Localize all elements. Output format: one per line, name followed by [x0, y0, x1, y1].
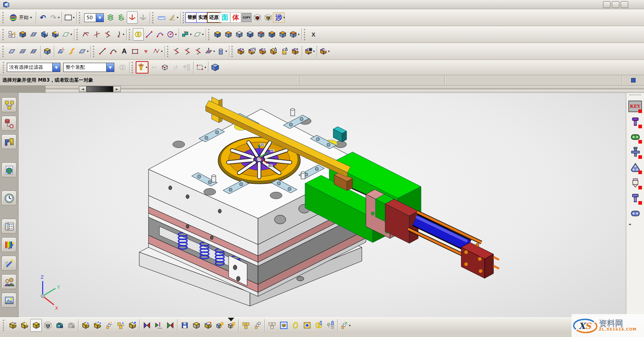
dropdown-arrow[interactable]: ▾ — [177, 16, 178, 19]
toolbar-grip[interactable] — [2, 46, 5, 57]
horizontal-scrollbar[interactable]: ◄ ► — [79, 86, 121, 92]
toolbar-grip[interactable] — [129, 29, 131, 40]
constraint-navigator-button[interactable] — [2, 116, 17, 131]
flatten-form-icon[interactable]: ▾ — [204, 45, 216, 58]
menu-item[interactable] — [82, 4, 89, 5]
toolbar-grip[interactable] — [79, 12, 81, 23]
menu-item[interactable] — [56, 4, 63, 5]
edit-arrangements-icon[interactable] — [225, 319, 237, 332]
snap-point-icon[interactable]: ▾ — [136, 61, 149, 74]
menu-item[interactable] — [63, 4, 69, 5]
add-component-icon[interactable]: + — [80, 319, 91, 332]
copy-body-icon[interactable]: ▾ — [288, 28, 300, 41]
roles-button[interactable] — [2, 274, 17, 289]
scrollbar-track[interactable] — [45, 88, 644, 90]
bracket-palette-item[interactable] — [628, 145, 643, 159]
pattern-component-icon[interactable]: + — [115, 319, 126, 332]
dropdown-arrow[interactable]: ▾ — [70, 33, 72, 36]
minimize-button[interactable] — [603, 1, 611, 8]
plane-icon[interactable]: ▾ — [192, 28, 204, 41]
scenery-button[interactable] — [2, 293, 17, 308]
extend-curve-icon[interactable]: ▾ — [113, 28, 125, 41]
part-navigator-button[interactable] — [2, 134, 17, 149]
through-mesh-icon[interactable] — [28, 45, 39, 58]
relations-browser-icon[interactable]: i — [324, 319, 336, 332]
polyline-icon[interactable]: ▾ — [151, 45, 163, 58]
internet-explorer-button[interactable] — [2, 162, 17, 177]
toolbar-grip[interactable] — [152, 12, 155, 23]
wave-mode-icon[interactable] — [278, 319, 289, 332]
toolbar-grip[interactable] — [2, 29, 5, 40]
copy-face-icon[interactable]: ▣▾ — [303, 45, 316, 58]
copy-display-button[interactable]: COPY — [241, 11, 252, 24]
selection-scope-dropdown[interactable]: 整个装配 ▼ — [63, 63, 114, 72]
move-to-layer-icon[interactable]: ↓ — [116, 11, 127, 24]
materials-button[interactable] — [2, 237, 17, 252]
dropdown-arrow[interactable]: ▾ — [73, 16, 74, 19]
erase-highlight-icon[interactable] — [159, 61, 170, 74]
basic-line-icon[interactable] — [97, 45, 108, 58]
ruled-surface-icon[interactable] — [6, 45, 17, 58]
snapshot-icon[interactable] — [54, 319, 65, 332]
move-face-icon[interactable]: + — [235, 45, 246, 58]
visualization-button[interactable] — [2, 256, 17, 271]
toolbar-grip[interactable] — [167, 46, 169, 57]
assembly-constraints-icon[interactable] — [141, 319, 153, 332]
link-palette-item[interactable] — [628, 130, 643, 144]
graphics-window[interactable]: ZC YC XC — [19, 93, 626, 317]
open-component-icon[interactable]: ∩ — [19, 319, 30, 332]
dropdown-arrow[interactable]: ▾ — [161, 49, 163, 53]
close-button[interactable] — [621, 1, 628, 8]
sketch-icon[interactable] — [6, 28, 17, 41]
display-color-icon[interactable]: ▾ — [63, 11, 75, 24]
dropdown-arrow[interactable]: ▾ — [146, 66, 147, 69]
dropdown-arrow[interactable]: ▾ — [58, 16, 60, 19]
yellow-cube-display-icon[interactable] — [263, 11, 274, 24]
selection-scope-arrow[interactable]: ▼ — [106, 63, 114, 72]
remember-constraints-icon[interactable] — [179, 319, 190, 332]
edit-in-context-icon[interactable] — [214, 319, 225, 332]
dropdown-arrow[interactable]: ▾ — [349, 324, 351, 327]
menu-item[interactable] — [76, 4, 82, 5]
resize-face-icon[interactable]: ↔▾ — [318, 45, 330, 58]
find-component-icon[interactable]: ∞ — [7, 319, 19, 332]
menu-item[interactable] — [18, 4, 24, 5]
dropdown-arrow[interactable]: ▾ — [123, 33, 124, 36]
wrap-curve-icon[interactable] — [193, 45, 204, 58]
toolbar-grip[interactable] — [231, 46, 234, 57]
measure-distance-icon[interactable] — [156, 11, 167, 24]
dropdown-arrow[interactable]: ▾ — [213, 49, 215, 53]
pull-face-icon[interactable]: ◳ — [246, 45, 257, 58]
delete-face-icon[interactable]: × — [290, 45, 301, 58]
restore-button[interactable] — [612, 1, 619, 8]
model-teal-block[interactable] — [333, 127, 347, 142]
toolbar-grip[interactable] — [2, 12, 5, 23]
key-palette-item[interactable]: KEY — [628, 99, 643, 113]
layer-spinner[interactable]: 50 ▼ — [84, 13, 104, 22]
wcs-dynamics-icon[interactable] — [138, 11, 149, 24]
model-canvas[interactable]: ZC YC XC — [19, 93, 626, 317]
boss-icon[interactable] — [277, 28, 288, 41]
restore-display-button[interactable]: 还原 — [208, 11, 219, 24]
redo-button[interactable]: ↷▾ — [48, 11, 60, 24]
menu-item[interactable] — [24, 4, 31, 5]
circle-icon[interactable]: ▾ — [165, 28, 178, 41]
curve-fillet-icon[interactable] — [102, 28, 113, 41]
menu-item[interactable] — [37, 4, 43, 5]
layer-spinner-arrow[interactable]: ▼ — [96, 14, 103, 22]
orient-view-icon[interactable] — [210, 61, 221, 74]
extrude-icon[interactable]: ↑ — [39, 28, 50, 41]
palettes-button[interactable] — [2, 219, 17, 234]
red-cube-display-icon[interactable] — [252, 11, 263, 24]
new-parent-icon[interactable]: * — [103, 319, 115, 332]
selection-filter-dropdown[interactable]: 没有选择过滤器 ▼ — [7, 63, 60, 72]
offset-region-icon[interactable]: ≈ — [257, 45, 268, 58]
palette-collapse-arrow[interactable]: ◄ — [628, 222, 631, 226]
point-icon[interactable]: +▾ — [180, 28, 192, 41]
dropdown-arrow[interactable]: ▾ — [328, 49, 330, 53]
menu-item[interactable] — [31, 4, 37, 5]
project-curve-icon[interactable] — [171, 45, 182, 58]
undo-button[interactable]: ↶ — [37, 11, 48, 24]
chamfer-icon[interactable] — [212, 28, 223, 41]
datum-plane-icon[interactable]: ▾ — [61, 28, 73, 41]
